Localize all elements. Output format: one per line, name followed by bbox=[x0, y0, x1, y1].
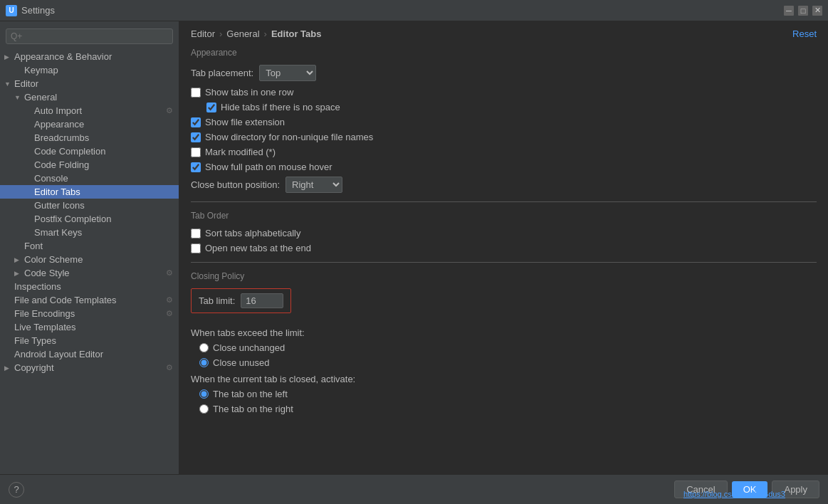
when-exceed-label: When tabs exceed the limit: bbox=[191, 327, 817, 338]
url-watermark: https://blog.csdn.net/ex6dus3 bbox=[683, 490, 785, 498]
sidebar-item-font[interactable]: Font bbox=[0, 239, 179, 253]
open-new-tabs-checkbox[interactable] bbox=[191, 243, 201, 253]
sidebar-item-label-smart-keys: Smart Keys bbox=[34, 227, 82, 238]
arrow-icon-color-scheme bbox=[14, 256, 24, 263]
sidebar-item-label-gutter-icons: Gutter Icons bbox=[34, 200, 85, 211]
search-input[interactable] bbox=[6, 28, 173, 44]
sidebar-item-copyright[interactable]: Copyright⚙ bbox=[0, 361, 179, 374]
sidebar-item-file-encodings[interactable]: File Encodings⚙ bbox=[0, 307, 179, 320]
sidebar-item-code-style[interactable]: Code Style⚙ bbox=[0, 266, 179, 280]
tab-limit-input[interactable] bbox=[241, 293, 283, 308]
sidebar-item-live-templates[interactable]: Live Templates bbox=[0, 320, 179, 334]
content-scroll: Appearance Tab placement: Top Bottom Lef… bbox=[179, 45, 828, 474]
settings-icon-copyright: ⚙ bbox=[166, 363, 176, 372]
sidebar-item-smart-keys[interactable]: Smart Keys bbox=[0, 226, 179, 239]
sidebar-item-label-code-completion: Code Completion bbox=[34, 146, 105, 157]
breadcrumb-sep-2: › bbox=[264, 28, 267, 39]
show-directory-label: Show directory for non-unique file names bbox=[205, 132, 373, 142]
sidebar-item-keymap[interactable]: Keymap bbox=[0, 63, 179, 77]
help-button[interactable]: ? bbox=[9, 482, 24, 498]
sidebar-item-appearance[interactable]: Appearance bbox=[0, 117, 179, 131]
divider-2 bbox=[191, 262, 817, 263]
tab-limit-container: Tab limit: bbox=[191, 288, 817, 320]
close-button[interactable]: ✕ bbox=[812, 6, 822, 16]
mark-modified-checkbox[interactable] bbox=[191, 147, 201, 157]
show-full-path-checkbox[interactable] bbox=[191, 162, 201, 172]
sidebar-item-color-scheme[interactable]: Color Scheme bbox=[0, 253, 179, 266]
settings-icon-file-encodings: ⚙ bbox=[166, 309, 176, 318]
sidebar-item-label-editor: Editor bbox=[14, 78, 38, 89]
sidebar-item-label-auto-import: Auto Import bbox=[34, 105, 82, 116]
sidebar-item-gutter-icons[interactable]: Gutter Icons bbox=[0, 199, 179, 212]
sidebar-item-appearance-behavior[interactable]: Appearance & Behavior bbox=[0, 50, 179, 63]
close-unchanged-label: Close unchanged bbox=[213, 342, 285, 353]
open-new-tabs-row: Open new tabs at the end bbox=[191, 243, 817, 253]
sidebar-item-label-color-scheme: Color Scheme bbox=[24, 254, 83, 265]
arrow-icon-appearance-behavior bbox=[4, 53, 14, 61]
sidebar-item-label-code-style: Code Style bbox=[24, 268, 70, 278]
arrow-icon-editor bbox=[4, 80, 14, 88]
tab-limit-label: Tab limit: bbox=[199, 295, 235, 306]
tab-right-label: The tab on the right bbox=[213, 404, 293, 414]
tab-on-left-row: The tab on the left bbox=[191, 389, 817, 399]
sidebar-item-label-editor-tabs: Editor Tabs bbox=[34, 187, 80, 197]
sidebar-item-label-file-encodings: File Encodings bbox=[14, 308, 75, 319]
sidebar-item-android-layout-editor[interactable]: Android Layout Editor bbox=[0, 347, 179, 361]
sidebar-item-label-inspections: Inspections bbox=[14, 281, 61, 292]
sort-tabs-label: Sort tabs alphabetically bbox=[205, 228, 300, 238]
maximize-button[interactable]: □ bbox=[798, 6, 808, 16]
sidebar-item-label-live-templates: Live Templates bbox=[14, 322, 75, 332]
reset-button[interactable]: Reset bbox=[792, 28, 817, 39]
show-tabs-one-row-checkbox[interactable] bbox=[191, 88, 201, 98]
sidebar-item-auto-import[interactable]: Auto Import⚙ bbox=[0, 104, 179, 117]
sidebar-item-editor-tabs[interactable]: Editor Tabs bbox=[0, 185, 179, 199]
show-directory-checkbox[interactable] bbox=[191, 132, 201, 142]
sidebar: Appearance & BehaviorKeymapEditorGeneral… bbox=[0, 21, 179, 474]
sidebar-item-breadcrumbs[interactable]: Breadcrumbs bbox=[0, 131, 179, 145]
show-directory-row: Show directory for non-unique file names bbox=[191, 132, 817, 142]
tab-right-radio[interactable] bbox=[199, 404, 209, 414]
sidebar-item-label-appearance: Appearance bbox=[34, 119, 84, 130]
main-container: Appearance & BehaviorKeymapEditorGeneral… bbox=[0, 21, 828, 474]
sort-tabs-checkbox[interactable] bbox=[191, 229, 201, 238]
tree-container: Appearance & BehaviorKeymapEditorGeneral… bbox=[0, 50, 179, 374]
settings-icon-file-and-code-templates: ⚙ bbox=[166, 295, 176, 305]
show-tabs-one-row-row: Show tabs in one row bbox=[191, 87, 817, 98]
close-unused-row: Close unused bbox=[191, 357, 817, 368]
tab-left-radio[interactable] bbox=[199, 389, 209, 399]
divider-1 bbox=[191, 201, 817, 202]
hide-tabs-checkbox[interactable] bbox=[206, 103, 216, 112]
close-unused-radio[interactable] bbox=[199, 358, 209, 367]
sidebar-item-postfix-completion[interactable]: Postfix Completion bbox=[0, 212, 179, 226]
bottom-bar: ? Cancel OK Apply https://blog.csdn.net/… bbox=[0, 474, 828, 504]
tab-left-label: The tab on the left bbox=[213, 389, 288, 399]
breadcrumb-sep-1: › bbox=[219, 28, 222, 39]
mark-modified-label: Mark modified (*) bbox=[205, 147, 276, 157]
sidebar-item-editor[interactable]: Editor bbox=[0, 77, 179, 90]
settings-icon-auto-import: ⚙ bbox=[166, 106, 176, 115]
minimize-button[interactable]: ─ bbox=[784, 6, 794, 16]
close-unchanged-radio[interactable] bbox=[199, 343, 209, 352]
sidebar-item-code-completion[interactable]: Code Completion bbox=[0, 145, 179, 158]
breadcrumb-editor: Editor bbox=[191, 28, 215, 39]
show-file-ext-checkbox[interactable] bbox=[191, 117, 201, 127]
hide-tabs-label: Hide tabs if there is no space bbox=[221, 102, 340, 112]
sidebar-item-file-and-code-templates[interactable]: File and Code Templates⚙ bbox=[0, 293, 179, 307]
close-unchanged-row: Close unchanged bbox=[191, 342, 817, 353]
sidebar-item-general[interactable]: General bbox=[0, 90, 179, 104]
breadcrumb: Editor › General › Editor Tabs bbox=[191, 28, 321, 39]
close-button-position-dropdown[interactable]: Right Left Hidden bbox=[285, 177, 342, 193]
app-icon: U bbox=[6, 5, 17, 16]
title-bar: U Settings ─ □ ✕ bbox=[0, 0, 828, 21]
sidebar-item-console[interactable]: Console bbox=[0, 172, 179, 185]
mark-modified-row: Mark modified (*) bbox=[191, 147, 817, 157]
sidebar-item-code-folding[interactable]: Code Folding bbox=[0, 158, 179, 172]
sidebar-item-inspections[interactable]: Inspections bbox=[0, 280, 179, 293]
sidebar-item-file-types[interactable]: File Types bbox=[0, 334, 179, 347]
appearance-section-label: Appearance bbox=[191, 48, 817, 58]
tab-placement-dropdown[interactable]: Top Bottom Left Right None bbox=[259, 65, 316, 81]
sidebar-item-label-breadcrumbs: Breadcrumbs bbox=[34, 132, 89, 143]
breadcrumb-general: General bbox=[226, 28, 259, 39]
close-button-position-label: Close button position: bbox=[191, 179, 280, 190]
content-header: Editor › General › Editor Tabs Reset bbox=[179, 21, 828, 45]
